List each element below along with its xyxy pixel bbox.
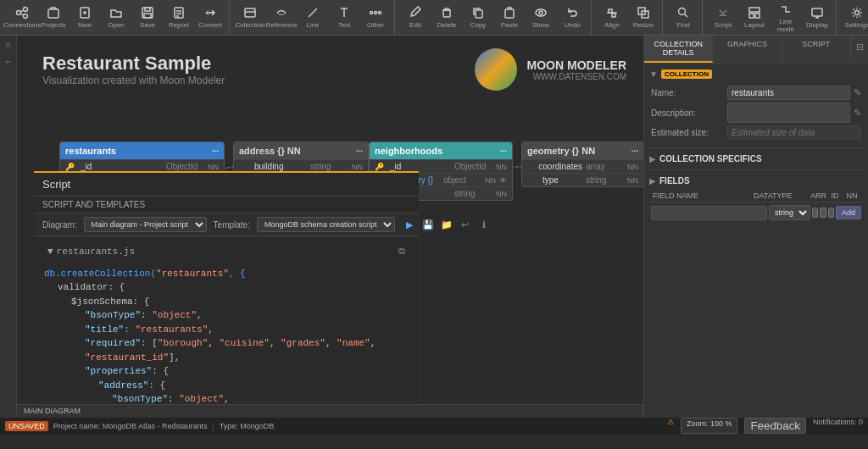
collection-form: Name: ✎ Description: ✎ Estimated size:	[648, 81, 865, 144]
collection-specifics-header[interactable]: ▶ COLLECTION SPECIFICS	[648, 152, 865, 166]
display-button[interactable]: Display	[802, 3, 832, 33]
desc-input[interactable]	[727, 103, 850, 123]
desc-edit-icon[interactable]: ✎	[854, 108, 861, 119]
add-field-button[interactable]: Add	[836, 206, 861, 219]
script-controls: Diagram: Main diagram - Project script T…	[34, 213, 419, 236]
projects-button[interactable]: Projects	[38, 3, 69, 33]
table-row[interactable]: typestringNN	[522, 173, 643, 186]
id-checkbox[interactable]	[820, 208, 826, 218]
fields-section-header[interactable]: ▶ FIELDS	[648, 174, 865, 188]
folder-icon[interactable]: 📁	[439, 217, 454, 232]
save-script-icon[interactable]: 💾	[420, 217, 436, 232]
script-panel: Script SCRIPT AND TEMPLATES Diagram: Mai…	[34, 171, 419, 417]
svg-point-43	[855, 11, 860, 15]
right-panel-tabs: COLLECTION DETAILS GRAPHICS SCRIPT ⊟	[644, 36, 868, 64]
reference-button[interactable]: Reference	[266, 3, 297, 33]
delete-button[interactable]: Delete	[431, 3, 462, 33]
fh-arr: ARR	[810, 191, 826, 200]
resize-button[interactable]: Resize	[628, 3, 659, 33]
copy-button[interactable]: Copy	[463, 3, 493, 33]
line-button[interactable]: Line	[298, 3, 328, 33]
new-button[interactable]: New	[70, 3, 100, 33]
other-button[interactable]: Other	[360, 3, 391, 33]
svg-rect-26	[505, 9, 514, 18]
code-area[interactable]: ▼ restaurants.js ⧉ db.createCollection("…	[34, 236, 419, 417]
svg-point-0	[17, 11, 21, 15]
warn-icon: ⚠	[667, 418, 674, 434]
layout-button[interactable]: Layout	[739, 3, 770, 33]
sidebar-collections-icon[interactable]: C	[2, 39, 15, 53]
settings-tools: Settings Account	[838, 0, 868, 35]
paste-button[interactable]: Paste	[494, 3, 525, 33]
connections-button[interactable]: Connections	[7, 3, 37, 33]
collection-badge: COLLECTION	[661, 69, 712, 79]
field-type-select[interactable]: string	[769, 205, 810, 220]
save-button[interactable]: Save	[132, 3, 163, 33]
table-neighborhoods-header: neighborhoods ···	[370, 142, 512, 159]
script-button[interactable]: Script	[708, 3, 738, 33]
fields-title: FIELDS	[659, 176, 690, 186]
svg-line-3	[21, 10, 24, 12]
undo-script-icon[interactable]: ↩	[458, 217, 473, 232]
name-row: Name: ✎	[651, 86, 861, 100]
fh-type: DATATYPE	[754, 191, 809, 200]
name-input[interactable]	[727, 86, 850, 100]
code-line: $jsonSchema: {	[44, 295, 409, 309]
collection-button[interactable]: Collection	[235, 3, 265, 33]
fields-header: FIELD NAME DATATYPE ARR ID NN	[651, 190, 861, 202]
align-button[interactable]: Align	[597, 3, 627, 33]
desc-row: Description: ✎	[651, 103, 861, 123]
template-select[interactable]: MongoDB schema creation script	[257, 217, 395, 232]
undo-button[interactable]: Undo	[557, 3, 587, 33]
show-button[interactable]: Show	[526, 3, 556, 33]
layout-tools: Align Resize	[593, 0, 663, 35]
settings-button[interactable]: Settings	[842, 3, 868, 33]
divider-2	[648, 169, 865, 170]
open-button[interactable]: Open	[101, 3, 131, 33]
diagram-subtitle: Visualization created with Moon Modeler	[42, 75, 225, 86]
name-label: Name:	[651, 88, 727, 97]
right-panel-content: ▼ COLLECTION Name: ✎ Description: ✎ Esti…	[644, 64, 868, 417]
svg-rect-38	[749, 14, 754, 18]
tab-collection-details[interactable]: COLLECTION DETAILS	[644, 36, 713, 63]
svg-point-27	[536, 9, 546, 16]
name-edit-icon[interactable]: ✎	[854, 87, 861, 98]
size-input[interactable]	[727, 125, 861, 140]
collection-arrow: ▼	[649, 69, 658, 79]
tab-script[interactable]: SCRIPT	[782, 36, 851, 63]
linemode-button[interactable]: Line mode	[771, 3, 801, 33]
copy-icon[interactable]: ⧉	[398, 245, 405, 259]
convert-button[interactable]: Convert	[195, 3, 225, 33]
svg-rect-37	[749, 8, 760, 12]
left-sidebar: C L	[0, 36, 17, 417]
svg-rect-11	[144, 14, 151, 18]
svg-rect-16	[245, 8, 255, 17]
sidebar-list-icon[interactable]: L	[2, 56, 15, 69]
panel-collapse-icon[interactable]: ⊟	[851, 36, 868, 58]
table-row[interactable]: coordinatesarrayNN	[522, 159, 643, 173]
play-icon[interactable]: ▶	[402, 217, 417, 232]
report-button[interactable]: Report	[164, 3, 194, 33]
script-icons: ▶ 💾 📁 ↩ ℹ	[402, 217, 492, 232]
collection-section-header[interactable]: ▼ COLLECTION	[648, 67, 865, 81]
find-button[interactable]: Find	[668, 3, 698, 33]
diagram-title-area: Restaurant Sample Visualization created …	[42, 53, 225, 86]
text-button[interactable]: Text	[329, 3, 359, 33]
logo-text: MOON MODELER WWW.DATENSEN.COM	[527, 58, 626, 81]
feedback-button[interactable]: Feedback	[744, 418, 806, 434]
nn-checkbox[interactable]	[828, 208, 834, 218]
info-icon[interactable]: ℹ	[476, 217, 492, 232]
new-field-input[interactable]	[651, 206, 767, 220]
brand-sub: WWW.DATENSEN.COM	[527, 72, 626, 81]
svg-rect-24	[443, 10, 450, 17]
table-geometry[interactable]: geometry {} NN ··· coordinatesarrayNN ty…	[521, 141, 643, 187]
canvas-area[interactable]: Restaurant Sample Visualization created …	[17, 36, 643, 417]
arr-checkbox[interactable]	[812, 208, 818, 218]
tab-graphics[interactable]: GRAPHICS	[713, 36, 782, 63]
table-restaurants-header: restaurants ···	[60, 142, 224, 159]
edit-button[interactable]: Edit	[400, 3, 431, 33]
diagram-select[interactable]: Main diagram - Project script	[84, 217, 207, 232]
svg-point-23	[379, 12, 381, 14]
code-line: "title": "restaurants",	[44, 323, 409, 337]
code-line: validator: {	[44, 280, 409, 295]
